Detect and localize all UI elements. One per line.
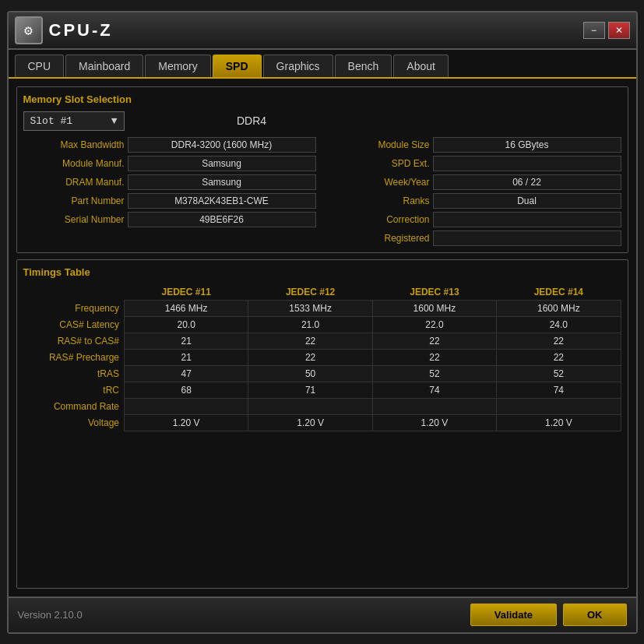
tab-memory[interactable]: Memory xyxy=(145,55,211,77)
trc-j13: 74 xyxy=(372,382,496,398)
rasp-j13: 22 xyxy=(372,349,496,365)
trc-j14: 74 xyxy=(497,382,621,398)
tab-spd[interactable]: SPD xyxy=(213,55,262,77)
ras-to-cas-row: RAS# to CAS# 21 22 22 22 xyxy=(23,333,621,349)
tab-about[interactable]: About xyxy=(393,55,449,77)
tras-label: tRAS xyxy=(23,365,125,382)
week-year-label: Week/Year xyxy=(329,177,430,188)
ok-button[interactable]: OK xyxy=(563,604,627,626)
ras-cas-j14: 22 xyxy=(497,333,621,349)
serial-number-value: 49BE6F26 xyxy=(128,212,316,227)
part-number-value: M378A2K43EB1-CWE xyxy=(128,193,316,209)
rasp-j11: 21 xyxy=(125,349,248,365)
titlebar: ⚙ CPU-Z − ✕ xyxy=(9,12,636,50)
tab-mainboard[interactable]: Mainboard xyxy=(65,55,143,77)
spd-ext-value xyxy=(433,156,621,171)
timings-header-row: JEDEC #11 JEDEC #12 JEDEC #13 JEDEC #14 xyxy=(23,284,621,301)
serial-number-label: Serial Number xyxy=(23,214,125,225)
command-rate-label: Command Rate xyxy=(23,398,125,414)
cas-latency-label: CAS# Latency xyxy=(23,316,125,333)
tras-j11: 47 xyxy=(125,365,248,382)
footer-buttons: Validate OK xyxy=(470,604,627,626)
app-title: CPU-Z xyxy=(49,20,113,40)
rasp-j12: 22 xyxy=(248,349,372,365)
voltage-label: Voltage xyxy=(23,414,125,431)
trc-row: tRC 68 71 74 74 xyxy=(23,382,621,398)
volt-j11: 1.20 V xyxy=(125,414,248,431)
ranks-row: Ranks Dual xyxy=(329,193,621,209)
main-content: Memory Slot Selection Slot #1 ▼ DDR4 Max… xyxy=(9,79,636,596)
empty-header xyxy=(23,284,125,301)
rasp-j14: 22 xyxy=(497,349,621,365)
slot-row: Slot #1 ▼ DDR4 xyxy=(23,111,621,131)
frequency-label: Frequency xyxy=(23,300,125,316)
cas-latency-row: CAS# Latency 20.0 21.0 22.0 24.0 xyxy=(23,316,621,333)
volt-j13: 1.20 V xyxy=(372,414,496,431)
tras-j12: 50 xyxy=(248,365,372,382)
freq-j12: 1533 MHz xyxy=(248,300,372,316)
volt-j14: 1.20 V xyxy=(497,414,621,431)
tab-bench[interactable]: Bench xyxy=(335,55,392,77)
right-info: Module Size 16 GBytes SPD Ext. Week/Year… xyxy=(329,137,621,246)
tab-cpu[interactable]: CPU xyxy=(15,55,65,77)
max-bandwidth-value: DDR4-3200 (1600 MHz) xyxy=(128,137,316,153)
slot-label: Slot #1 xyxy=(30,115,73,127)
part-number-label: Part Number xyxy=(23,195,125,206)
ras-precharge-label: RAS# Precharge xyxy=(23,349,125,365)
trc-j11: 68 xyxy=(125,382,248,398)
jedec14-header: JEDEC #14 xyxy=(497,284,621,301)
validate-button[interactable]: Validate xyxy=(470,604,557,626)
correction-value xyxy=(433,212,621,227)
command-rate-row: Command Rate xyxy=(23,398,621,414)
timings-section: Timings Table JEDEC #11 JEDEC #12 JEDEC … xyxy=(16,259,628,589)
tras-j13: 52 xyxy=(372,365,496,382)
dram-manuf-value: Samsung xyxy=(128,174,316,190)
serial-number-row: Serial Number 49BE6F26 xyxy=(23,212,316,227)
timings-section-title: Timings Table xyxy=(23,266,621,278)
correction-label: Correction xyxy=(329,214,430,225)
jedec13-header: JEDEC #13 xyxy=(372,284,496,301)
tab-bar: CPU Mainboard Memory SPD Graphics Bench … xyxy=(9,50,636,79)
jedec11-header: JEDEC #11 xyxy=(125,284,248,301)
voltage-row: Voltage 1.20 V 1.20 V 1.20 V 1.20 V xyxy=(23,414,621,431)
cas-j12: 21.0 xyxy=(248,316,372,333)
slot-type: DDR4 xyxy=(131,114,373,127)
slot-section-title: Memory Slot Selection xyxy=(23,93,621,105)
registered-value xyxy=(433,231,621,246)
tras-j14: 52 xyxy=(497,365,621,382)
module-size-value: 16 GBytes xyxy=(433,137,621,153)
ras-cas-j11: 21 xyxy=(125,333,248,349)
dram-manuf-label: DRAM Manuf. xyxy=(23,177,125,188)
week-year-value: 06 / 22 xyxy=(433,174,621,190)
spd-ext-label: SPD Ext. xyxy=(329,158,430,169)
module-size-label: Module Size xyxy=(329,139,430,150)
minimize-button[interactable]: − xyxy=(583,22,605,39)
close-button[interactable]: ✕ xyxy=(608,22,630,39)
tras-row: tRAS 47 50 52 52 xyxy=(23,365,621,382)
ranks-value: Dual xyxy=(433,193,621,209)
registered-label: Registered xyxy=(329,233,430,244)
cr-j14 xyxy=(497,398,621,414)
ranks-label: Ranks xyxy=(329,195,430,206)
freq-j14: 1600 MHz xyxy=(497,300,621,316)
spd-ext-row: SPD Ext. xyxy=(329,156,621,171)
main-window: ⚙ CPU-Z − ✕ CPU Mainboard Memory SPD Gra… xyxy=(7,11,638,634)
memory-slot-section: Memory Slot Selection Slot #1 ▼ DDR4 Max… xyxy=(16,86,628,253)
module-manuf-label: Module Manuf. xyxy=(23,158,125,169)
cas-j14: 24.0 xyxy=(497,316,621,333)
frequency-row: Frequency 1466 MHz 1533 MHz 1600 MHz 160… xyxy=(23,300,621,316)
logo-area: ⚙ CPU-Z xyxy=(15,16,113,44)
part-number-row: Part Number M378A2K43EB1-CWE xyxy=(23,193,316,209)
ras-cas-j13: 22 xyxy=(372,333,496,349)
window-controls: − ✕ xyxy=(583,22,630,39)
module-manuf-value: Samsung xyxy=(128,156,316,171)
footer: Version 2.10.0 Validate OK xyxy=(9,596,636,632)
slot-dropdown[interactable]: Slot #1 ▼ xyxy=(23,111,125,131)
correction-row: Correction xyxy=(329,212,621,227)
trc-label: tRC xyxy=(23,382,125,398)
cr-j11 xyxy=(125,398,248,414)
dram-manuf-row: DRAM Manuf. Samsung xyxy=(23,174,316,190)
cr-j12 xyxy=(248,398,372,414)
ras-cas-j12: 22 xyxy=(248,333,372,349)
tab-graphics[interactable]: Graphics xyxy=(263,55,333,77)
